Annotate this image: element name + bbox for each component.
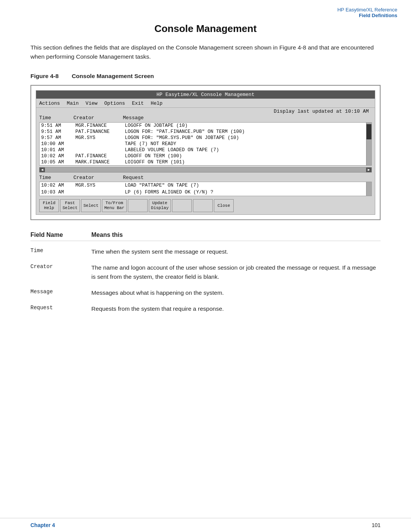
intro-text: This section defines the fields that are… <box>30 43 381 61</box>
fkey-btn-6[interactable]: UpdateDisplay <box>149 199 171 212</box>
field-defs-header: Field Name Means this <box>30 232 381 241</box>
req-creator: MGR.SYS <box>74 182 123 189</box>
menu-main[interactable]: Main <box>67 101 79 106</box>
log-row: 10:01 AM LABELED VOLUME LOADED ON TAPE (… <box>40 147 371 153</box>
page-footer: Chapter 4 101 <box>0 518 411 532</box>
fkey-btn-2[interactable]: FastSelect <box>60 199 80 212</box>
fkey-line1: To/From <box>105 201 123 206</box>
fkey-btn-7[interactable] <box>172 199 192 212</box>
fkey-line2: Display <box>151 206 169 211</box>
log-message: LOIGOFF ON TERM (101) <box>123 159 371 165</box>
fkey-line1: Field <box>43 201 55 206</box>
menu-options[interactable]: Options <box>104 101 125 106</box>
fkey-btn-1[interactable]: FieldHelp <box>39 199 59 212</box>
log-area: 9:51 AM MGR.FINANCE LOGOFF ON JOBTAPE (1… <box>39 122 372 166</box>
figure-label: Figure 4-8 Console Management Screen <box>30 73 381 80</box>
fkey-line1: Fast <box>65 201 75 206</box>
page-header: HP Easytime/XL Reference Field Definitio… <box>337 7 397 18</box>
field-def-row: Request Requests from the system that re… <box>30 304 381 313</box>
figure-caption: Console Management Screen <box>72 73 154 79</box>
col-creator-header: Creator <box>73 115 123 121</box>
field-def-name: Request <box>30 304 76 311</box>
log-row: 9:57 AM MGR.SYS LOGON FOR: "MGR.SYS.PUB"… <box>40 135 371 141</box>
terminal-screen: HP Easytime/XL Console Management Action… <box>36 90 375 215</box>
field-def-row: Time Time when the system sent the messa… <box>30 247 381 256</box>
request-row: 10:03 AM LP (6) FORMS ALIGNED OK (Y/N) ? <box>40 189 371 196</box>
req-time: 10:03 AM <box>40 189 74 196</box>
field-def-row: Message Messages about what is happening… <box>30 288 381 297</box>
req-request-header: Request <box>123 175 144 181</box>
request-scrollbar[interactable] <box>366 182 371 196</box>
request-row: 10:02 AM MGR.SYS LOAD "PATTAPE" ON TAPE … <box>40 182 371 189</box>
footer-chapter: Chapter 4 <box>30 522 55 528</box>
log-scrollbar-right[interactable] <box>366 123 371 165</box>
request-section: Time Creator Request 10:02 AM MGR.SYS LO… <box>39 175 372 196</box>
fkey-btn-5[interactable] <box>128 199 148 212</box>
log-creator: MARK.FINANCE <box>74 159 123 165</box>
figure-number: Figure 4-8 <box>30 73 59 79</box>
req-time-header: Time <box>39 175 73 181</box>
log-message: LOGON FOR: "MGR.SYS.PUB" ON JOBTAPE (10) <box>123 135 371 141</box>
scroll-left-arrow[interactable]: ◄ <box>40 168 45 172</box>
field-definitions: Field Name Means this Time Time when the… <box>30 232 381 313</box>
log-time: 10:02 AM <box>40 153 74 159</box>
log-time: 10:01 AM <box>40 147 74 153</box>
log-message: LABELED VOLUME LOADED ON TAPE (7) <box>123 147 371 153</box>
fkey-line2: Menu Bar <box>104 206 124 211</box>
terminal-title-bar: HP Easytime/XL Console Management <box>36 91 375 99</box>
req-creator <box>74 189 123 196</box>
fkey-btn-8[interactable] <box>193 199 213 212</box>
req-request: LOAD "PATTAPE" ON TAPE (7) <box>123 182 371 189</box>
log-creator: PAT.FINANCE <box>74 153 123 159</box>
terminal-menu-bar: Actions Main View Options Exit Help <box>36 99 375 108</box>
header-line1: HP Easytime/XL Reference <box>337 7 397 13</box>
horizontal-scrollbar[interactable]: ◄ ► <box>39 167 372 173</box>
log-time: 9:51 AM <box>40 123 74 129</box>
header-means: Means this <box>91 232 123 238</box>
field-rows-container: Time Time when the system sent the messa… <box>30 247 381 313</box>
log-time: 9:51 AM <box>40 129 74 135</box>
menu-exit[interactable]: Exit <box>132 101 144 106</box>
fkey-bar: FieldHelpFastSelectSelectTo/FromMenu Bar… <box>39 199 372 212</box>
log-message: LOGOFF ON JOBTAPE (10) <box>123 123 371 129</box>
log-message: TAPE (7) NOT READY <box>123 141 371 147</box>
fkey-line1: Update <box>152 201 167 206</box>
log-row: 9:51 AM MGR.FINANCE LOGOFF ON JOBTAPE (1… <box>40 123 371 129</box>
field-def-name: Message <box>30 288 76 295</box>
log-creator: MGR.SYS <box>74 135 123 141</box>
header-field-name: Field Name <box>30 232 76 238</box>
request-log-area: 10:02 AM MGR.SYS LOAD "PATTAPE" ON TAPE … <box>39 182 372 196</box>
menu-actions[interactable]: Actions <box>39 101 60 106</box>
log-row: 10:05 AM MARK.FINANCE LOIGOFF ON TERM (1… <box>40 159 371 165</box>
field-def-desc: Requests from the system that require a … <box>91 304 381 313</box>
fkey-btn-3[interactable]: Select <box>81 199 101 212</box>
section-title: Console Management <box>30 23 381 35</box>
log-table: 9:51 AM MGR.FINANCE LOGOFF ON JOBTAPE (1… <box>40 123 371 165</box>
field-def-desc: Time when the system sent the message or… <box>91 247 381 256</box>
menu-view[interactable]: View <box>86 101 97 106</box>
col-time-header: Time <box>39 115 73 121</box>
log-row: 10:00 AM TAPE (7) NOT READY <box>40 141 371 147</box>
footer-page: 101 <box>372 522 381 528</box>
log-time: 10:00 AM <box>40 141 74 147</box>
fkey-line2: Select <box>62 206 78 211</box>
log-row: 9:51 AM PAT.FINANCNE LOGON FOR: "PAT.FIN… <box>40 129 371 135</box>
fkey-btn-9[interactable]: Close <box>214 199 234 212</box>
fkey-btn-4[interactable]: To/FromMenu Bar <box>102 199 127 212</box>
req-request: LP (6) FORMS ALIGNED OK (Y/N) ? <box>123 189 371 196</box>
log-creator: MGR.FINANCE <box>74 123 123 129</box>
terminal-timestamp: Display last updated at 10:10 AM <box>36 108 375 115</box>
field-def-name: Time <box>30 247 76 254</box>
log-creator <box>74 141 123 147</box>
log-message: LOGOFF ON TERM (100) <box>123 153 371 159</box>
console-container: HP Easytime/XL Console Management Action… <box>30 85 381 220</box>
log-message: LOGON FOR: "PAT.FINANCE.PUB" ON TERM (10… <box>123 129 371 135</box>
request-col-headers: Time Creator Request <box>39 175 372 181</box>
req-time: 10:02 AM <box>40 182 74 189</box>
menu-help[interactable]: Help <box>151 101 162 106</box>
fkey-line2: Help <box>44 206 54 211</box>
request-table: 10:02 AM MGR.SYS LOAD "PATTAPE" ON TAPE … <box>40 182 371 196</box>
fkey-line1: Close <box>218 203 230 208</box>
log-time: 10:05 AM <box>40 159 74 165</box>
scroll-right-arrow[interactable]: ► <box>366 168 371 172</box>
